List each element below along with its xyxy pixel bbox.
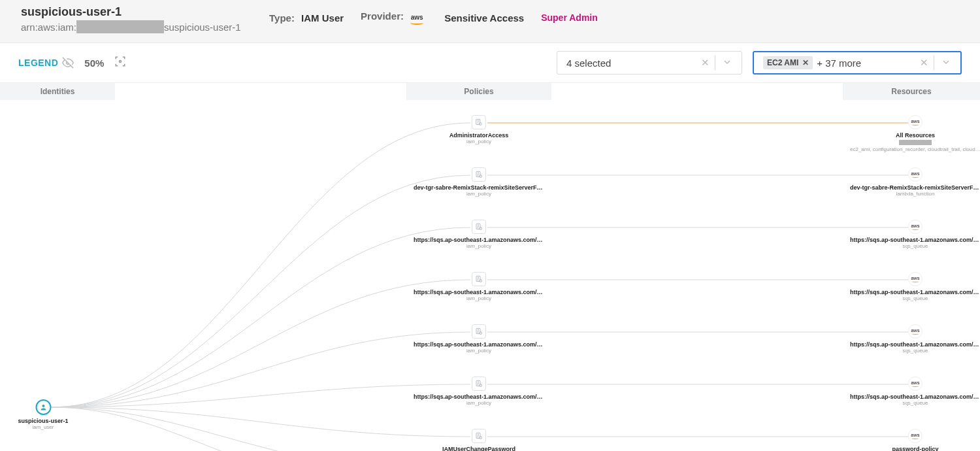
more-count: + 37 more [817,58,861,69]
policy-icon [472,429,486,443]
resource-node[interactable]: awshttps://sqs.ap-southeast-1.amazonaws.… [850,376,980,406]
resource-filter-select[interactable]: EC2 AMI ✕ + 37 more ✕ [753,51,962,75]
policy-name: https://sqs.ap-southeast-1.amazonaws.com… [414,237,544,243]
arn-suffix: suspicious-user-1 [164,22,241,33]
type-field: Type: IAM User [269,12,344,24]
resource-node[interactable]: awsAll Resourcesec2_ami, configuration_r… [850,115,980,152]
filter-chip-ec2-ami[interactable]: EC2 AMI ✕ [763,56,813,69]
svg-point-1 [42,405,44,407]
aws-icon: aws [908,272,923,286]
aws-icon: aws [908,220,923,234]
identity-filter-text: 4 selected [566,58,696,69]
legend-label: LEGEND [18,58,58,68]
aws-icon: aws [908,167,923,182]
policy-type: iam_policy [414,295,544,301]
clear-resource-filter-icon[interactable]: ✕ [915,57,934,69]
policy-icon [472,376,486,391]
resource-node[interactable]: awsdev-tgr-sabre-RemixStack-remixSiteSer… [850,167,980,197]
identity-type: iam_user [18,424,68,430]
policy-node[interactable]: https://sqs.ap-southeast-1.amazonaws.com… [414,220,544,249]
identity-name: suspicious-user-1 [18,418,68,424]
policy-type: iam_policy [449,139,509,144]
column-headers: Identities Policies Resources [0,82,980,100]
chip-remove-icon[interactable]: ✕ [802,58,809,67]
user-icon [35,399,51,415]
chevron-down-icon[interactable] [715,57,736,69]
policy-icon [472,220,486,234]
aws-logo-icon: aws [410,14,423,25]
identity-filter-select[interactable]: 4 selected ✕ [557,51,742,75]
policy-node[interactable]: https://sqs.ap-southeast-1.amazonaws.com… [414,272,544,301]
resource-type: sqs_queue [850,295,980,301]
policy-node[interactable]: https://sqs.ap-southeast-1.amazonaws.com… [414,324,544,354]
sensitive-access-label: Sensitive Access [444,12,524,24]
col-policies: Policies [406,83,551,100]
provider-label: Provider: [361,10,404,22]
resource-type: lambda_function [850,191,980,197]
policy-name: https://sqs.ap-southeast-1.amazonaws.com… [414,341,544,348]
resource-type: sqs_queue [850,400,980,406]
chip-label: EC2 AMI [767,58,798,67]
zoom-level: 50% [84,58,104,69]
chevron-down-icon[interactable] [934,57,955,69]
policy-type: iam_policy [414,191,544,197]
legend-toggle[interactable]: LEGEND [18,57,74,69]
resource-name: https://sqs.ap-southeast-1.amazonaws.com… [850,341,980,348]
policy-name: IAMUserChangePassword [442,446,515,451]
col-resources: Resources [843,83,980,100]
toolbar: LEGEND 50% 4 selected ✕ EC2 AMI ✕ + 37 m… [0,43,980,82]
graph-canvas[interactable]: suspicious-user-1 iam_user Administrator… [0,100,980,451]
resource-node[interactable]: awshttps://sqs.ap-southeast-1.amazonaws.… [850,324,980,354]
redacted-bar [899,140,932,145]
policy-icon [472,324,486,339]
arn-text: arn:aws:iam: suspicious-user-1 [21,20,269,33]
policy-icon [472,272,486,286]
resource-name: password-policy [890,446,940,451]
fit-screen-button[interactable] [114,56,126,70]
resource-name: https://sqs.ap-southeast-1.amazonaws.com… [850,289,980,295]
type-value: IAM User [301,12,344,24]
arn-redacted [76,20,164,33]
super-admin-badge: Super Admin [541,12,598,23]
header: suspicious-user-1 arn:aws:iam: suspiciou… [0,0,980,43]
policy-node[interactable]: dev-tgr-sabre-RemixStack-remixSiteServer… [414,167,544,197]
policy-node[interactable]: https://sqs.ap-southeast-1.amazonaws.com… [414,376,544,406]
policy-node[interactable]: IAMUserChangePasswordiam_policy [442,429,515,451]
aws-icon: aws [908,115,923,129]
aws-icon: aws [908,429,923,443]
resource-type: ec2_ami, configuration_recorder, cloudtr… [850,146,980,152]
policy-node[interactable]: AdministratorAccessiam_policy [449,115,509,144]
svg-point-0 [120,61,122,63]
policy-icon [472,167,486,182]
resource-node[interactable]: awshttps://sqs.ap-southeast-1.amazonaws.… [850,272,980,301]
policy-name: https://sqs.ap-southeast-1.amazonaws.com… [414,393,544,400]
page-title: suspicious-user-1 [21,5,269,19]
arn-prefix: arn:aws:iam: [21,22,76,33]
resource-name: https://sqs.ap-southeast-1.amazonaws.com… [850,393,980,400]
policy-name: AdministratorAccess [449,132,509,139]
col-identities: Identities [0,83,115,100]
resource-name: dev-tgr-sabre-RemixStack-remixSiteServer… [850,184,980,191]
resource-type: sqs_queue [850,348,980,354]
policy-name: dev-tgr-sabre-RemixStack-remixSiteServer… [414,184,544,191]
policy-icon [472,115,486,129]
clear-identity-filter-icon[interactable]: ✕ [696,57,715,69]
eye-off-icon [62,57,74,69]
resource-name: All Resources [850,132,980,139]
identity-node[interactable]: suspicious-user-1 iam_user [18,399,68,430]
resource-name: https://sqs.ap-southeast-1.amazonaws.com… [850,237,980,243]
aws-icon: aws [908,376,923,391]
provider-field: Provider: aws [361,10,423,25]
resource-type: sqs_queue [850,243,980,249]
policy-name: https://sqs.ap-southeast-1.amazonaws.com… [414,289,544,295]
type-label: Type: [269,12,295,24]
policy-type: iam_policy [414,348,544,354]
resource-node[interactable]: awspassword-policyiam_password_policy [890,429,940,451]
policy-type: iam_policy [414,400,544,406]
aws-icon: aws [908,324,923,339]
resource-node[interactable]: awshttps://sqs.ap-southeast-1.amazonaws.… [850,220,980,249]
policy-type: iam_policy [414,243,544,249]
